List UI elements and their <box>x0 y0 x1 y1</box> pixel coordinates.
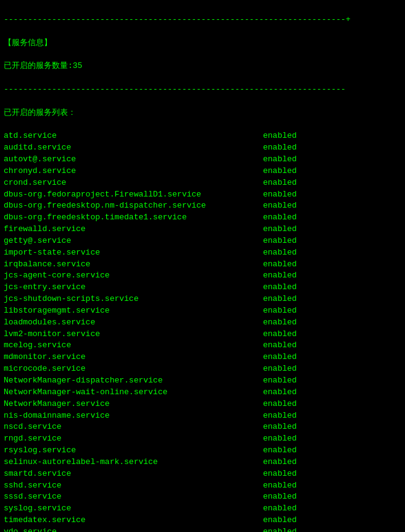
enabled-count-value: 35 <box>73 61 83 70</box>
service-status: enabled <box>263 363 297 375</box>
service-status: enabled <box>263 130 297 142</box>
service-name: jcs-agent-core.service <box>4 270 263 282</box>
service-status: enabled <box>263 387 297 399</box>
service-name: dbus-org.freedesktop.timedate1.service <box>4 212 263 224</box>
service-status: enabled <box>263 177 297 189</box>
service-name: dbus-org.fedoraproject.FirewallD1.servic… <box>4 189 263 201</box>
list-item: sssd.serviceenabled <box>4 491 401 503</box>
list-item: microcode.serviceenabled <box>4 363 401 375</box>
divider-1: ----------------------------------------… <box>4 84 401 96</box>
service-status: enabled <box>263 433 297 445</box>
list-item: import-state.serviceenabled <box>4 247 401 259</box>
service-name: lvm2-monitor.service <box>4 329 263 340</box>
service-name: rngd.service <box>4 433 263 445</box>
service-name: timedatex.service <box>4 515 263 526</box>
service-status: enabled <box>263 224 297 235</box>
service-status: enabled <box>263 154 297 166</box>
service-status: enabled <box>263 515 297 526</box>
service-name: import-state.service <box>4 247 263 259</box>
service-status: enabled <box>263 399 297 410</box>
list-item: nscd.serviceenabled <box>4 421 401 433</box>
service-name: jcs-shutdown-scripts.service <box>4 293 263 305</box>
list-item: mdmonitor.serviceenabled <box>4 352 401 363</box>
service-status: enabled <box>263 235 297 247</box>
list-item: firewalld.serviceenabled <box>4 224 401 235</box>
service-status: enabled <box>263 212 297 224</box>
list-item: auditd.serviceenabled <box>4 142 401 154</box>
enabled-list-label: 已开启的服务列表： <box>4 108 401 119</box>
list-item: dbus-org.freedesktop.timedate1.serviceen… <box>4 212 401 224</box>
service-status: enabled <box>263 410 297 422</box>
service-name: irqbalance.service <box>4 259 263 271</box>
service-name: atd.service <box>4 130 263 142</box>
list-item: dbus-org.freedesktop.nm-dispatcher.servi… <box>4 200 401 212</box>
list-item: jcs-shutdown-scripts.serviceenabled <box>4 293 401 305</box>
enabled-services-list: atd.serviceenabledauditd.serviceenableda… <box>4 130 401 532</box>
service-status: enabled <box>263 305 297 317</box>
service-status: enabled <box>263 282 297 293</box>
service-name: selinux-autorelabel-mark.service <box>4 457 263 468</box>
service-status: enabled <box>263 491 297 503</box>
service-status: enabled <box>263 445 297 457</box>
service-name: syslog.service <box>4 503 263 515</box>
list-item: jcs-agent-core.serviceenabled <box>4 270 401 282</box>
list-item: lvm2-monitor.serviceenabled <box>4 329 401 340</box>
list-item: nis-domainname.serviceenabled <box>4 410 401 422</box>
list-item: vdo.serviceenabled <box>4 526 401 532</box>
service-status: enabled <box>263 352 297 363</box>
service-status: enabled <box>263 166 297 177</box>
service-status: enabled <box>263 189 297 201</box>
service-status: enabled <box>263 293 297 305</box>
enabled-count-label: 已开启的服务数量: <box>4 61 73 70</box>
list-item: sshd.serviceenabled <box>4 480 401 492</box>
service-status: enabled <box>263 200 297 212</box>
service-name: firewalld.service <box>4 224 263 235</box>
service-name: microcode.service <box>4 363 263 375</box>
list-item: libstoragemgmt.serviceenabled <box>4 305 401 317</box>
service-status: enabled <box>263 247 297 259</box>
list-item: getty@.serviceenabled <box>4 235 401 247</box>
service-name: jcs-entry.service <box>4 282 263 293</box>
list-item: crond.serviceenabled <box>4 177 401 189</box>
list-item: timedatex.serviceenabled <box>4 515 401 526</box>
service-name: libstoragemgmt.service <box>4 305 263 317</box>
service-status: enabled <box>263 375 297 387</box>
service-status: enabled <box>263 142 297 154</box>
service-status: enabled <box>263 421 297 433</box>
list-item: jcs-entry.serviceenabled <box>4 282 401 293</box>
service-name: NetworkManager-wait-online.service <box>4 387 263 399</box>
service-name: smartd.service <box>4 468 263 480</box>
service-status: enabled <box>263 329 297 340</box>
service-name: crond.service <box>4 177 263 189</box>
service-name: NetworkManager-dispatcher.service <box>4 375 263 387</box>
service-status: enabled <box>263 340 297 352</box>
service-name: nscd.service <box>4 421 263 433</box>
list-item: autovt@.serviceenabled <box>4 154 401 166</box>
list-item: atd.serviceenabled <box>4 130 401 142</box>
service-name: mdmonitor.service <box>4 352 263 363</box>
service-status: enabled <box>263 259 297 271</box>
service-name: sshd.service <box>4 480 263 492</box>
list-item: rngd.serviceenabled <box>4 433 401 445</box>
list-item: loadmodules.serviceenabled <box>4 317 401 329</box>
list-item: syslog.serviceenabled <box>4 503 401 515</box>
terminal-output: ----------------------------------------… <box>4 2 401 130</box>
service-status: enabled <box>263 270 297 282</box>
service-name: nis-domainname.service <box>4 410 263 422</box>
list-item: chronyd.serviceenabled <box>4 166 401 177</box>
list-item: smartd.serviceenabled <box>4 468 401 480</box>
list-item: mcelog.serviceenabled <box>4 340 401 352</box>
service-status: enabled <box>263 526 297 532</box>
service-name: autovt@.service <box>4 154 263 166</box>
service-name: NetworkManager.service <box>4 399 263 410</box>
service-name: vdo.service <box>4 526 263 532</box>
divider-top: ----------------------------------------… <box>4 14 401 26</box>
service-name: dbus-org.freedesktop.nm-dispatcher.servi… <box>4 200 263 212</box>
service-name: sssd.service <box>4 491 263 503</box>
service-name: rsyslog.service <box>4 445 263 457</box>
service-name: getty@.service <box>4 235 263 247</box>
list-item: rsyslog.serviceenabled <box>4 445 401 457</box>
list-item: irqbalance.serviceenabled <box>4 259 401 271</box>
list-item: selinux-autorelabel-mark.serviceenabled <box>4 457 401 468</box>
service-status: enabled <box>263 317 297 329</box>
